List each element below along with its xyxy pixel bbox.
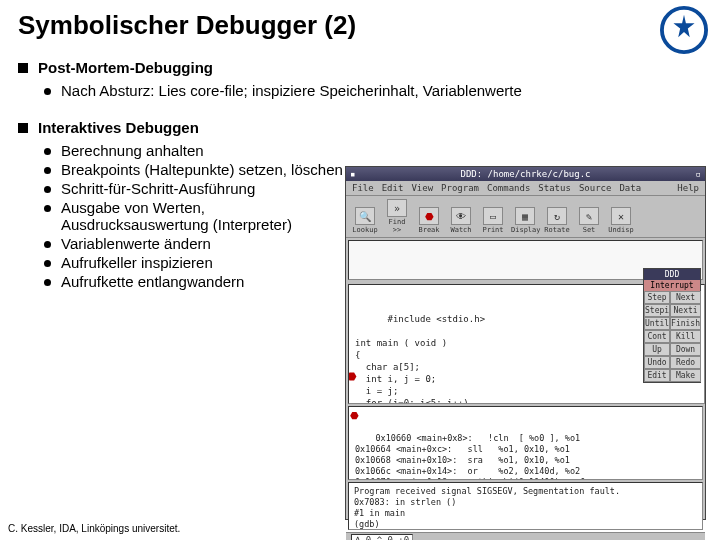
- tool-print[interactable]: ▭Print: [479, 207, 507, 234]
- menu-status[interactable]: Status: [538, 183, 571, 193]
- undo-button[interactable]: Undo: [644, 356, 670, 369]
- lookup-icon: 🔍: [355, 207, 375, 225]
- cont-button[interactable]: Cont: [644, 330, 670, 343]
- list-item-label: Ausgabe von Werten, Ausdrucksauswertung …: [61, 199, 343, 233]
- ddd-window: ▪ DDD: /home/chrke/c/bug.c ▫ File Edit V…: [345, 166, 706, 520]
- university-logo: [660, 6, 708, 54]
- stepi-button[interactable]: Stepi: [644, 304, 670, 317]
- ddd-command-tool: DDD Interrupt Step Next Stepi Nexti Unti…: [643, 268, 701, 383]
- bullet-dot-icon: [44, 205, 51, 212]
- source-text: #include <stdio.h> int main ( void ) { c…: [355, 314, 539, 404]
- bullet-dot-icon: [44, 241, 51, 248]
- page-title: Symbolischer Debugger (2): [18, 10, 702, 41]
- ddd-title-text: DDD: /home/chrke/c/bug.c: [355, 169, 695, 179]
- watch-icon: 👁: [451, 207, 471, 225]
- tool-label: Lookup: [352, 226, 377, 234]
- break-icon: ⬣: [419, 207, 439, 225]
- bullet-dot-icon: [44, 167, 51, 174]
- menu-edit[interactable]: Edit: [382, 183, 404, 193]
- stop-icon: ⬣: [350, 410, 359, 421]
- ddd-menubar: File Edit View Program Commands Status S…: [346, 181, 705, 196]
- undisp-icon: ✕: [611, 207, 631, 225]
- up-button[interactable]: Up: [644, 343, 670, 356]
- list-item: Nach Absturz: Lies core-file; inspiziere…: [44, 82, 702, 99]
- list-item-label: Aufrufkeller inspizieren: [61, 254, 213, 271]
- bullet-dot-icon: [44, 279, 51, 286]
- bullet-square-icon: [18, 123, 28, 133]
- bullet-dot-icon: [44, 186, 51, 193]
- ddd-titlebar[interactable]: ▪ DDD: /home/chrke/c/bug.c ▫: [346, 167, 705, 181]
- menu-help[interactable]: Help: [677, 183, 699, 193]
- list-item: Berechnung anhalten: [44, 142, 343, 159]
- find-icon: »: [387, 199, 407, 217]
- list-item-label: Berechnung anhalten: [61, 142, 204, 159]
- ddd-console-pane[interactable]: Program received signal SIGSEGV, Segment…: [348, 482, 703, 530]
- until-button[interactable]: Until: [644, 317, 670, 330]
- ddd-asm-pane[interactable]: ⬣ 0x10660 <main+0x8>: !cln [ %o0 ], %o1 …: [348, 406, 703, 480]
- miniwin-title[interactable]: DDD: [644, 269, 700, 280]
- ddd-status-bar: ∆ 0 ^ 0 ↓0: [346, 532, 705, 540]
- menu-view[interactable]: View: [411, 183, 433, 193]
- bullet-dot-icon: [44, 148, 51, 155]
- menu-source[interactable]: Source: [579, 183, 612, 193]
- list-item: Aufrufkette entlangwandern: [44, 273, 343, 290]
- tool-undisp[interactable]: ✕Undisp: [607, 207, 635, 234]
- list-item: Schritt-für-Schritt-Ausführung: [44, 180, 343, 197]
- display-icon: ▦: [515, 207, 535, 225]
- heading-text: Interaktives Debuggen: [38, 119, 199, 136]
- menu-program[interactable]: Program: [441, 183, 479, 193]
- heading-text: Post-Mortem-Debugging: [38, 59, 213, 76]
- finish-button[interactable]: Finish: [670, 317, 701, 330]
- menu-commands[interactable]: Commands: [487, 183, 530, 193]
- edit-button[interactable]: Edit: [644, 369, 670, 382]
- menu-file[interactable]: File: [352, 183, 374, 193]
- list-item-label: Nach Absturz: Lies core-file; inspiziere…: [61, 82, 522, 99]
- section-1-heading: Post-Mortem-Debugging: [18, 59, 702, 76]
- rotate-icon: ↻: [547, 207, 567, 225]
- list-item-label: Variablenwerte ändern: [61, 235, 211, 252]
- next-button[interactable]: Next: [670, 291, 701, 304]
- nexti-button[interactable]: Nexti: [670, 304, 701, 317]
- tool-label: Set: [583, 226, 596, 234]
- print-icon: ▭: [483, 207, 503, 225]
- list-item: Variablenwerte ändern: [44, 235, 343, 252]
- tool-watch[interactable]: 👁Watch: [447, 207, 475, 234]
- slide-footer: C. Kessler, IDA, Linköpings universitet.: [8, 523, 180, 534]
- kill-button[interactable]: Kill: [670, 330, 701, 343]
- tool-label: Undisp: [608, 226, 633, 234]
- tool-label: Display: [511, 226, 541, 234]
- window-button-icon[interactable]: ▫: [696, 169, 701, 179]
- make-button[interactable]: Make: [670, 369, 701, 382]
- list-item-label: Aufrufkette entlangwandern: [61, 273, 244, 290]
- tool-find[interactable]: »Find >>: [383, 199, 411, 234]
- tool-display[interactable]: ▦Display: [511, 207, 539, 234]
- menu-data[interactable]: Data: [619, 183, 641, 193]
- log-text: Program received signal SIGSEGV, Segment…: [354, 486, 620, 529]
- interrupt-button[interactable]: Interrupt: [644, 280, 700, 291]
- section-2-heading: Interaktives Debuggen: [18, 119, 343, 136]
- bullet-dot-icon: [44, 260, 51, 267]
- list-item: Breakpoints (Haltepunkte) setzen, lösche…: [44, 161, 343, 178]
- stop-icon: ⬣: [348, 371, 357, 383]
- tool-label: Print: [482, 226, 503, 234]
- status-text: ∆ 0 ^ 0 ↓0: [351, 534, 413, 541]
- step-button[interactable]: Step: [644, 291, 670, 304]
- tool-set[interactable]: ✎Set: [575, 207, 603, 234]
- list-item: Aufrufkeller inspizieren: [44, 254, 343, 271]
- set-icon: ✎: [579, 207, 599, 225]
- tool-lookup[interactable]: 🔍Lookup: [351, 207, 379, 234]
- tool-break[interactable]: ⬣Break: [415, 207, 443, 234]
- bullet-square-icon: [18, 63, 28, 73]
- list-item-label: Schritt-für-Schritt-Ausführung: [61, 180, 255, 197]
- tool-label: Break: [418, 226, 439, 234]
- down-button[interactable]: Down: [670, 343, 701, 356]
- bullet-dot-icon: [44, 88, 51, 95]
- tool-label: Rotate: [544, 226, 569, 234]
- redo-button[interactable]: Redo: [670, 356, 701, 369]
- tool-rotate[interactable]: ↻Rotate: [543, 207, 571, 234]
- asm-text: 0x10660 <main+0x8>: !cln [ %o0 ], %o1 0x…: [355, 433, 585, 480]
- tool-label: Find >>: [389, 218, 406, 234]
- ddd-toolbar: 🔍Lookup »Find >> ⬣Break 👁Watch ▭Print ▦D…: [346, 196, 705, 238]
- list-item-label: Breakpoints (Haltepunkte) setzen, lösche…: [61, 161, 343, 178]
- tool-label: Watch: [450, 226, 471, 234]
